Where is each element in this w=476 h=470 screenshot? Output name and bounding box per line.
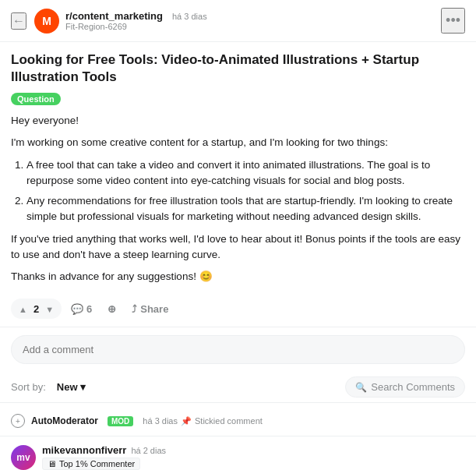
stickied-meta: há 3 dias Stickied comment xyxy=(143,416,262,426)
more-options-button[interactable]: ••• xyxy=(441,8,465,34)
sort-value: New xyxy=(57,381,78,393)
expand-stickied-button[interactable]: + xyxy=(11,414,25,428)
downvote-button[interactable] xyxy=(42,301,57,316)
comments-section: + AutoModerator MOD há 3 dias Stickied c… xyxy=(0,403,476,470)
sort-chevron-icon xyxy=(80,381,86,393)
comment-input[interactable] xyxy=(11,335,465,364)
post-list: A free tool that can take a video and co… xyxy=(11,157,465,225)
post-header: M r/content_marketing há 3 dias Fit-Regi… xyxy=(0,0,476,42)
post-list-item-2: Any recommendations for free illustratio… xyxy=(26,193,465,225)
save-button[interactable] xyxy=(101,299,122,319)
comment-header: mv mikevannonfiverr há 2 dias 🖥 Top 1% C… xyxy=(11,444,465,470)
post-content: Looking for Free Tools: Video-to-Animate… xyxy=(0,42,476,284)
subreddit-icon: M xyxy=(34,9,59,34)
sort-bar: Sort by: New Search Comments xyxy=(0,372,476,403)
sort-dropdown[interactable]: New xyxy=(52,378,90,396)
stickied-label: Stickied comment xyxy=(195,416,263,426)
post-tag[interactable]: Question xyxy=(11,93,61,105)
pin-icon xyxy=(181,416,192,426)
post-paragraph-2: If you've tried anything that works well… xyxy=(11,231,465,263)
search-comments-button[interactable]: Search Comments xyxy=(345,376,465,398)
comment-user-info: mikevannonfiverr há 2 dias 🖥 Top 1% Comm… xyxy=(42,444,465,470)
post-user-id: Fit-Region-6269 xyxy=(65,22,441,31)
stickied-username: AutoModerator xyxy=(31,415,98,426)
subreddit-name[interactable]: r/content_marketing xyxy=(65,10,163,22)
post-time: há 3 dias xyxy=(172,12,207,21)
back-button[interactable] xyxy=(11,12,26,30)
downvote-icon xyxy=(45,302,54,315)
upvote-icon xyxy=(19,302,27,315)
post-paragraph-1: I'm working on some creative content for… xyxy=(11,135,465,150)
mod-badge: MOD xyxy=(108,416,133,426)
save-icon xyxy=(108,303,116,315)
header-meta: r/content_marketing há 3 dias Fit-Region… xyxy=(65,10,441,31)
comment-avatar: mv xyxy=(11,445,36,470)
sort-label: Sort by: xyxy=(11,381,46,393)
comment-icon xyxy=(71,303,83,315)
search-label: Search Comments xyxy=(371,381,455,393)
post-title: Looking for Free Tools: Video-to-Animate… xyxy=(11,51,465,86)
back-arrow-icon xyxy=(12,16,25,27)
share-button[interactable]: Share xyxy=(125,299,175,319)
post-body: Hey everyone! I'm working on some creati… xyxy=(11,113,465,284)
share-icon xyxy=(132,303,137,315)
comment-count: 6 xyxy=(86,303,92,315)
comment-item: mv mikevannonfiverr há 2 dias 🖥 Top 1% C… xyxy=(0,436,476,470)
upvote-button[interactable] xyxy=(16,301,30,316)
comment-time: há 2 dias xyxy=(131,446,166,455)
comment-button[interactable]: 6 xyxy=(65,299,98,319)
share-label: Share xyxy=(140,303,168,315)
stickied-time: há 3 dias xyxy=(143,416,178,426)
vote-count: 2 xyxy=(33,303,39,315)
post-list-item-1: A free tool that can take a video and co… xyxy=(26,157,465,189)
stickied-comment: + AutoModerator MOD há 3 dias Stickied c… xyxy=(0,406,476,436)
badge-label: Top 1% Commenter xyxy=(59,459,135,468)
more-options-icon: ••• xyxy=(446,12,460,28)
vote-group: 2 xyxy=(11,299,62,319)
comment-input-area xyxy=(0,327,476,372)
commenter-badge: 🖥 Top 1% Commenter xyxy=(42,458,140,470)
comment-username[interactable]: mikevannonfiverr xyxy=(42,444,126,456)
post-intro: Hey everyone! xyxy=(11,113,465,129)
post-actions: 2 6 Share xyxy=(0,291,476,327)
badge-icon: 🖥 xyxy=(48,459,56,468)
search-icon xyxy=(355,381,367,393)
post-paragraph-3: Thanks in advance for any suggestions! 😊 xyxy=(11,269,465,284)
